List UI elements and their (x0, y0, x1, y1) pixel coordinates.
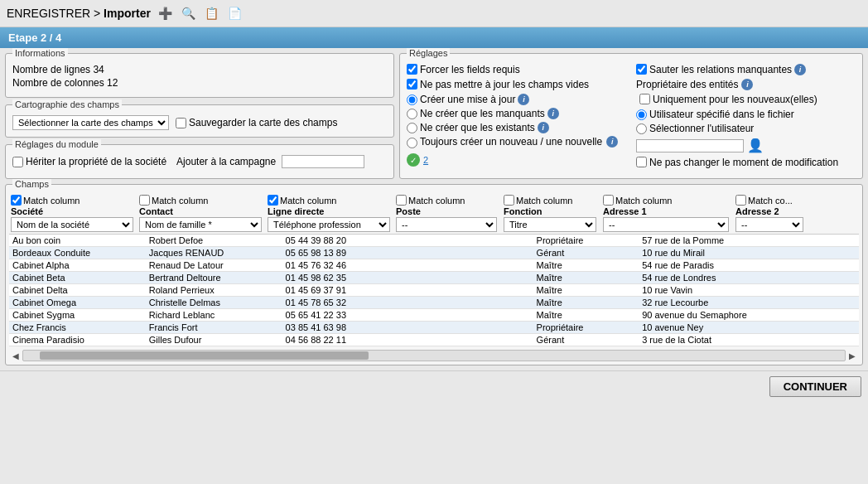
ligne-directe-field-label: Ligne directe (268, 206, 393, 217)
ne-pas-mettre-checkbox[interactable] (407, 79, 417, 90)
poste-select[interactable]: -- (396, 217, 497, 232)
table-cell: 10 avenue Ney (639, 322, 779, 334)
match-fonction-label: Match column (516, 196, 572, 206)
info-icon-manquants[interactable]: i (547, 108, 559, 119)
match-adresse1-checkbox[interactable] (603, 195, 614, 206)
table-row: Au bon coinRobert Defoe05 44 39 88 20Pro… (9, 235, 859, 247)
uniquement-nouveaux-checkbox[interactable] (639, 94, 650, 104)
match-fonction-checkbox[interactable] (504, 195, 514, 206)
sauter-relations-checkbox[interactable] (636, 64, 647, 75)
uniquement-nouveaux-label[interactable]: Uniquement pour les nouveaux(elles) (639, 94, 817, 105)
campagne-input[interactable] (282, 155, 364, 168)
green-circle-icon[interactable]: ✓ (407, 153, 420, 167)
sauvegarder-checkbox[interactable] (176, 118, 186, 128)
top-row: Informations Nombre de lignes 34 Nombre … (5, 53, 863, 179)
adresse1-field-label: Adresse 1 (603, 206, 732, 217)
scroll-right-arrow[interactable]: ▶ (846, 351, 859, 361)
table-cell: Christelle Delmas (146, 297, 282, 309)
match-societe-checkbox[interactable] (11, 195, 22, 206)
utilisateur-input[interactable] (636, 139, 744, 152)
match-adresse1-label: Match column (615, 196, 672, 206)
colonnes-label: Nombre de colonnes 12 (12, 77, 387, 89)
ligne-directe-select[interactable]: Téléphone profession (268, 217, 390, 232)
adresse2-select[interactable]: -- (735, 217, 803, 232)
radio-selectionner-utilisateur[interactable] (636, 123, 647, 134)
reglages-title: Réglages (407, 48, 450, 58)
blue-link[interactable]: 2 (423, 155, 428, 165)
radio-manquants[interactable] (407, 109, 417, 119)
table-cell: Propriétaire (533, 235, 639, 247)
match-contact-label: Match column (152, 196, 208, 206)
match-adresse2-checkbox[interactable] (735, 195, 746, 206)
radio-nouveau[interactable] (407, 138, 417, 148)
utilisateur-fichier-label: Utilisateur spécifié dans le fichier (649, 109, 794, 120)
ne-pas-mettre-label[interactable]: Ne pas mettre à jour les champs vides (407, 79, 589, 90)
match-poste-checkbox[interactable] (396, 195, 407, 206)
table-cell: Maître (533, 259, 639, 272)
table-cell: Cabinet Delta (9, 284, 146, 297)
cartographie-title: Cartographie des champs (12, 99, 122, 109)
ne-pas-changer-checkbox[interactable] (636, 157, 647, 167)
sauter-relations-label[interactable]: Sauter les relations manquantes i (636, 64, 806, 75)
add-icon[interactable]: ➕ (157, 5, 174, 22)
continuer-button[interactable]: CONTINUER (769, 376, 861, 397)
scrollbar-thumb[interactable] (40, 351, 369, 360)
societe-select[interactable]: Nom de la société (11, 217, 133, 232)
scroll-left-arrow[interactable]: ◀ (9, 351, 22, 361)
table-cell: Maître (533, 309, 639, 322)
table-cell: Propriétaire (533, 322, 639, 334)
col-header-adresse2: Match co... Adresse 2 -- (734, 195, 808, 232)
heriter-label[interactable]: Hériter la propriété de la société (12, 156, 166, 167)
champs-title: Champs (12, 179, 51, 189)
info-icon-sauter[interactable]: i (794, 64, 806, 75)
table-cell: Jacques RENAUD (146, 247, 282, 259)
table-cell: Richard Leblanc (146, 309, 282, 322)
header-title: ENREGISTRER > Importer (7, 7, 151, 20)
save-icon[interactable]: 📋 (204, 5, 220, 22)
info-icon-proprietaire[interactable]: i (741, 79, 753, 90)
match-ligne-directe-checkbox[interactable] (268, 195, 278, 206)
carte-des-champs-select[interactable]: Sélectionner la carte des champs (12, 115, 169, 130)
table-cell: Francis Fort (146, 322, 282, 334)
contact-select[interactable]: Nom de famille * (139, 217, 262, 232)
table-cell: 04 56 88 22 11 (282, 334, 419, 346)
radio-creer-maj[interactable] (407, 94, 417, 105)
table-cell: Gilles Dufour (146, 334, 282, 346)
table-cell: Roland Perrieux (146, 284, 282, 297)
ajouter-campagne-label[interactable]: Ajouter à la campagne (176, 155, 364, 168)
adresse1-select[interactable]: -- (603, 217, 729, 232)
fonction-select[interactable]: Titre (504, 217, 596, 232)
table-cell: Cabinet Beta (9, 272, 146, 284)
info-icon-creer[interactable]: i (518, 94, 529, 105)
radio-existants[interactable] (407, 123, 417, 133)
table-cell: Robert Defoe (146, 235, 282, 247)
forcer-fields-checkbox[interactable] (407, 64, 417, 75)
forcer-fields-label[interactable]: Forcer les fields requis (407, 64, 520, 75)
module-title: Réglages du module (12, 139, 101, 149)
utilisateur-radio-group: Utilisateur spécifié dans le fichier Sél… (636, 109, 856, 134)
ne-pas-changer-label[interactable]: Ne pas changer le moment de modification (636, 157, 838, 168)
user-icon[interactable]: 👤 (747, 138, 764, 153)
radio-utilisateur-fichier[interactable] (636, 109, 647, 120)
table-row: Cabinet AlphaRenaud De Latour01 45 76 32… (9, 259, 859, 272)
module-panel: Réglages du module Hériter la propriété … (5, 144, 394, 179)
match-contact-checkbox[interactable] (139, 195, 150, 206)
search-icon[interactable]: 🔍 (181, 5, 197, 22)
table-cell: Gérant (533, 334, 639, 346)
table-cell (779, 322, 859, 334)
table-cell (418, 247, 533, 259)
info-icon-nouveau[interactable]: i (606, 136, 618, 148)
heriter-checkbox[interactable] (12, 157, 23, 167)
info-icon-existants[interactable]: i (538, 122, 549, 133)
table-cell: 05 65 98 13 89 (282, 247, 419, 259)
table-cell (418, 309, 533, 322)
table-row: Cabinet BetaBertrand Deltoure01 45 98 62… (9, 272, 859, 284)
table-cell: 01 45 69 37 91 (282, 284, 419, 297)
horizontal-scrollbar[interactable] (22, 350, 846, 361)
sauvegarder-label[interactable]: Sauvegarder la carte des champs (176, 117, 337, 128)
table-row: Cabinet DeltaRoland Perrieux01 45 69 37 … (9, 284, 859, 297)
table-cell: Maître (533, 297, 639, 309)
champs-panel: Champs Match column Société Nom de la so… (5, 184, 863, 365)
list-icon[interactable]: 📄 (227, 5, 244, 22)
match-ligne-directe-label: Match column (280, 196, 336, 206)
